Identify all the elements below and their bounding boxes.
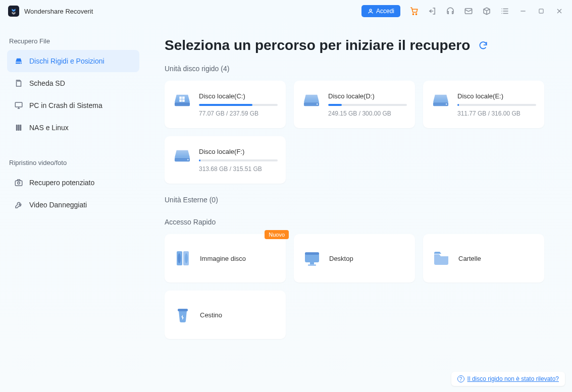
svg-point-1 xyxy=(412,14,413,15)
app-logo xyxy=(8,6,19,17)
drive-progress xyxy=(199,104,278,106)
camera-icon xyxy=(14,178,23,187)
sidebar-item-enhanced[interactable]: Recupero potenziato xyxy=(7,172,139,194)
disk-icon xyxy=(14,57,23,66)
svg-rect-14 xyxy=(182,96,185,99)
drive-meta: 77.07 GB / 237.59 GB xyxy=(199,110,278,117)
drive-icon xyxy=(302,92,321,108)
titlebar-left: Wondershare Recoverit xyxy=(8,6,93,17)
refresh-icon[interactable] xyxy=(478,40,488,50)
hdd-section-header: Unità disco rigido (4) xyxy=(165,65,552,73)
drive-cards: Disco locale(C:)77.07 GB / 237.59 GBDisc… xyxy=(165,81,552,184)
quick-card[interactable]: Cestino xyxy=(165,291,286,339)
quick-icon xyxy=(431,248,451,268)
minimize-icon[interactable] xyxy=(518,7,528,16)
container: Recupero File Dischi Rigidi e Posizioni … xyxy=(0,22,572,392)
quick-card[interactable]: NuovoImmagine disco xyxy=(165,234,286,283)
svg-point-22 xyxy=(187,159,189,160)
cart-icon[interactable] xyxy=(409,7,419,16)
headset-icon[interactable] xyxy=(446,7,455,16)
drive-card[interactable]: Disco locale(D:)249.15 GB / 300.00 GB xyxy=(294,81,415,128)
svg-point-26 xyxy=(185,253,188,263)
drive-name: Disco locale(D:) xyxy=(328,92,407,100)
sidebar-item-label: Recupero potenziato xyxy=(29,179,94,187)
svg-rect-15 xyxy=(179,99,182,102)
sidebar-item-label: PC in Crash di Sistema xyxy=(29,101,102,109)
drive-card[interactable]: Disco locale(C:)77.07 GB / 237.59 GB xyxy=(165,81,286,128)
drive-icon xyxy=(173,147,192,163)
sidebar-item-sd[interactable]: Scheda SD xyxy=(7,72,139,94)
drive-name: Disco locale(F:) xyxy=(199,148,278,155)
page-title-row: Seleziona un percorso per iniziare il re… xyxy=(165,37,552,53)
sidebar-item-crash[interactable]: PC in Crash di Sistema xyxy=(7,94,139,117)
svg-point-0 xyxy=(370,9,372,11)
sidebar-item-label: Video Danneggiati xyxy=(29,201,87,209)
logout-icon[interactable] xyxy=(428,7,437,16)
svg-rect-10 xyxy=(15,181,22,186)
drive-progress xyxy=(328,104,407,106)
svg-rect-13 xyxy=(179,96,182,99)
svg-rect-12 xyxy=(175,102,190,106)
sidebar-item-nas[interactable]: NAS e Linux xyxy=(7,117,139,139)
svg-rect-6 xyxy=(15,102,22,107)
quick-icon xyxy=(173,248,193,268)
drive-icon xyxy=(431,92,450,108)
mail-icon[interactable] xyxy=(464,7,473,16)
help-icon: ? xyxy=(457,375,464,382)
help-text[interactable]: Il disco rigido non è stato rilevato? xyxy=(467,375,559,382)
main-content: Seleziona un percorso per iniziare il re… xyxy=(146,22,572,392)
monitor-icon xyxy=(14,101,23,110)
svg-point-20 xyxy=(446,103,447,105)
svg-rect-8 xyxy=(18,125,20,131)
new-badge: Nuovo xyxy=(265,230,289,239)
wrench-icon xyxy=(14,200,23,209)
quick-section-header: Accesso Rapido xyxy=(165,218,552,226)
login-button[interactable]: Accedi xyxy=(361,5,400,17)
sidebar-item-label: NAS e Linux xyxy=(29,124,69,132)
quick-card[interactable]: Desktop xyxy=(294,234,415,283)
svg-rect-29 xyxy=(310,262,314,264)
external-section-header: Unità Esterne (0) xyxy=(165,196,552,204)
titlebar-right: Accedi xyxy=(361,5,564,17)
help-link[interactable]: ? Il disco rigido non è stato rilevato? xyxy=(451,372,565,386)
page-title: Seleziona un percorso per iniziare il re… xyxy=(165,37,470,53)
drive-name: Disco locale(E:) xyxy=(457,92,536,100)
svg-rect-4 xyxy=(539,9,543,13)
sidebar-item-label: Scheda SD xyxy=(29,79,65,87)
svg-point-25 xyxy=(178,253,181,263)
svg-rect-7 xyxy=(16,125,18,131)
quick-name: Immagine disco xyxy=(200,255,246,262)
svg-rect-31 xyxy=(178,309,188,311)
svg-point-18 xyxy=(317,103,318,105)
drive-meta: 249.15 GB / 300.00 GB xyxy=(328,110,407,117)
drive-card[interactable]: Disco locale(E:)311.77 GB / 316.00 GB xyxy=(423,81,544,128)
sd-icon xyxy=(14,79,23,88)
sidebar-item-label: Dischi Rigidi e Posizioni xyxy=(29,57,105,65)
close-icon[interactable] xyxy=(555,7,564,16)
quick-name: Cartelle xyxy=(458,255,481,262)
maximize-icon[interactable] xyxy=(537,7,546,16)
drive-progress xyxy=(457,104,536,106)
quick-name: Desktop xyxy=(329,255,353,262)
quick-icon xyxy=(173,305,193,325)
titlebar: Wondershare Recoverit Accedi xyxy=(0,0,572,22)
svg-point-5 xyxy=(20,63,21,64)
sidebar-section-video: Ripristino video/foto xyxy=(7,153,139,172)
cube-icon[interactable] xyxy=(482,7,491,16)
quick-card[interactable]: Cartelle xyxy=(423,234,544,283)
sidebar: Recupero File Dischi Rigidi e Posizioni … xyxy=(0,22,146,392)
svg-rect-28 xyxy=(305,252,319,255)
nas-icon xyxy=(14,123,23,132)
svg-point-11 xyxy=(18,182,20,185)
svg-point-2 xyxy=(415,14,417,15)
quick-cards: NuovoImmagine discoDesktopCartelleCestin… xyxy=(165,234,552,339)
svg-rect-9 xyxy=(20,125,21,131)
list-icon[interactable] xyxy=(500,7,509,16)
sidebar-item-drives[interactable]: Dischi Rigidi e Posizioni xyxy=(7,50,139,72)
drive-progress xyxy=(199,159,278,161)
svg-rect-16 xyxy=(182,99,185,102)
sidebar-item-corrupted[interactable]: Video Danneggiati xyxy=(7,194,139,216)
sidebar-section-recovery: Recupero File xyxy=(7,31,139,50)
app-title: Wondershare Recoverit xyxy=(24,8,93,15)
drive-card[interactable]: Disco locale(F:)313.68 GB / 315.51 GB xyxy=(165,136,286,184)
